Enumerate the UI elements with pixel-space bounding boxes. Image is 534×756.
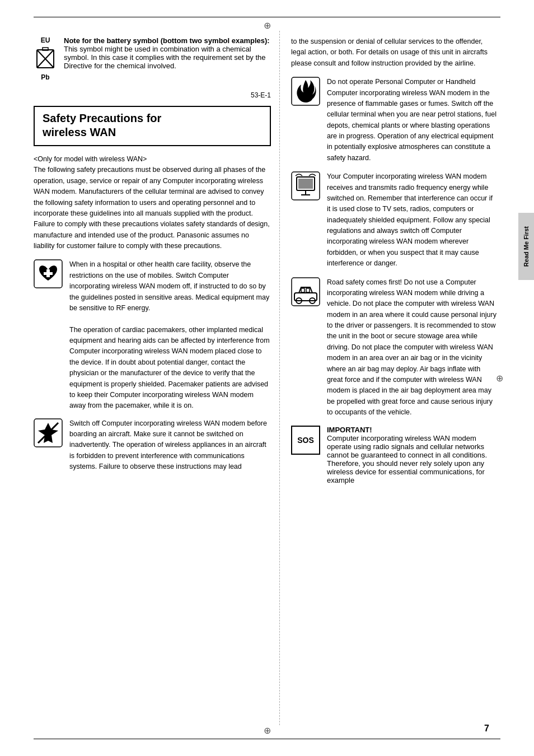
border-bottom (34, 739, 500, 739)
eu-symbol-container: EU Pb (34, 36, 57, 81)
svg-rect-6 (44, 272, 53, 275)
safety-precautions-box: Safety Precautions for wireless WAN (34, 106, 271, 146)
bottom-crosshair-icon: ⊕ (264, 725, 271, 736)
top-crosshair-icon: ⊕ (264, 20, 271, 31)
svg-rect-16 (294, 293, 317, 301)
code-ref: 53-E-1 (34, 91, 271, 99)
airplane-icon (34, 418, 63, 447)
battery-note-text: Note for the battery symbol (bottom two … (64, 36, 271, 70)
flammable-text: Do not operate Personal Computer or Hand… (327, 77, 498, 164)
svg-rect-18 (306, 288, 310, 292)
right-tab: Read Me First (518, 213, 534, 280)
heart-cross-icon (34, 259, 63, 288)
battery-crossed-icon (34, 45, 57, 72)
svg-rect-12 (298, 179, 313, 189)
sos-icon: SOS (291, 426, 320, 455)
border-top (34, 17, 500, 17)
battery-note-title: Note for the battery symbol (bottom two … (64, 36, 270, 45)
right-column: to the suspension or denial of cellular … (280, 31, 498, 725)
sos-body-text: Computer incorporating wireless WAN mode… (327, 434, 487, 484)
battery-note-section: EU Pb Note for the battery symbol (botto… (34, 36, 271, 81)
svg-rect-1 (43, 48, 48, 50)
sos-text: IMPORTANT! Computer incorporating wirele… (327, 426, 498, 484)
radio-text: Your Computer incorporating wireless WAN… (327, 171, 498, 269)
right-top-text: to the suspension or denial of cellular … (291, 36, 498, 69)
svg-rect-17 (301, 288, 305, 292)
sos-block: SOS IMPORTANT! Computer incorporating wi… (291, 426, 498, 484)
important-label: IMPORTANT! (327, 426, 372, 434)
radio-tower-icon (291, 171, 320, 200)
car-icon (291, 277, 320, 306)
battery-note-body: This symbol might be used in combination… (64, 45, 266, 70)
car-text: Road safety comes first! Do not use a Co… (327, 277, 498, 418)
hospital-block: When in a hospital or other health care … (34, 259, 271, 411)
pb-label: Pb (41, 73, 49, 81)
airplane-block: Switch off Computer incorporating wirele… (34, 418, 271, 473)
safety-intro-text: <Only for model with wireless WAN> The f… (34, 154, 271, 251)
hospital-text: When in a hospital or other health care … (69, 259, 271, 411)
airplane-text: Switch off Computer incorporating wirele… (69, 418, 271, 473)
right-tab-label: Read Me First (523, 226, 530, 267)
car-block: Road safety comes first! Do not use a Co… (291, 277, 498, 418)
flame-icon (291, 77, 320, 106)
page-container: ⊕ ⊕ ⊕ Read Me First 7 EU (0, 0, 534, 756)
eu-label: EU (41, 36, 50, 44)
left-column: EU Pb Note for the battery symbol (botto… (34, 31, 280, 725)
flammable-block: Do not operate Personal Computer or Hand… (291, 77, 498, 164)
radio-block: Your Computer incorporating wireless WAN… (291, 171, 498, 269)
safety-title: Safety Precautions for wireless WAN (43, 111, 262, 139)
main-content: EU Pb Note for the battery symbol (botto… (34, 31, 498, 725)
